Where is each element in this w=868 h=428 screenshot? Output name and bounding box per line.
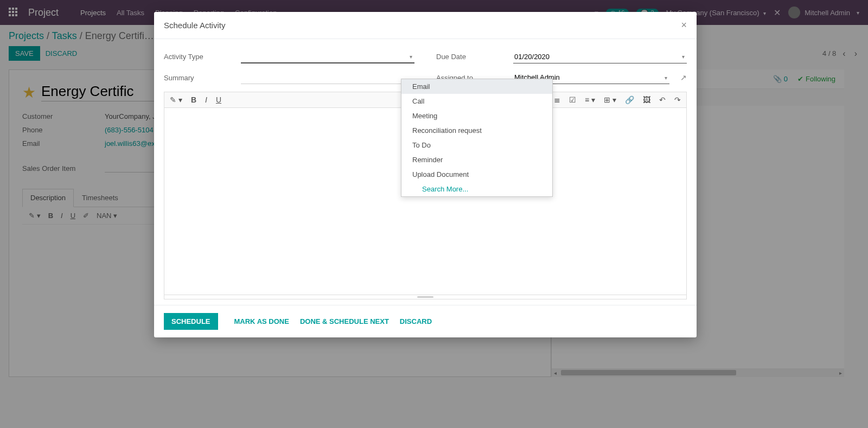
summary-input[interactable] (241, 71, 414, 84)
activity-type-dropdown: Email Call Meeting Reconciliation reques… (401, 79, 553, 197)
link-icon[interactable]: 🔗 (625, 95, 634, 104)
undo-icon[interactable]: ↶ (659, 95, 666, 104)
modal-header: Schedule Activity × (154, 12, 697, 39)
dropdown-item-upload[interactable]: Upload Document (401, 167, 552, 182)
modal-footer: SCHEDULE MARK AS DONE DONE & SCHEDULE NE… (154, 305, 697, 337)
checklist-button[interactable]: ☑ (569, 95, 576, 104)
dropdown-item-reconciliation[interactable]: Reconciliation request (401, 123, 552, 138)
close-icon[interactable]: × (681, 20, 687, 31)
due-date-label: Due Date (436, 53, 507, 61)
mark-as-done-button[interactable]: MARK AS DONE (234, 317, 289, 325)
bold-button[interactable]: B (191, 95, 196, 104)
modal-title: Schedule Activity (164, 21, 225, 30)
italic-button[interactable]: I (205, 95, 207, 104)
due-date-input[interactable] (513, 50, 687, 63)
dropdown-item-meeting[interactable]: Meeting (401, 108, 552, 123)
activity-type-label: Activity Type (164, 53, 234, 61)
image-icon[interactable]: 🖼 (643, 95, 650, 104)
dropdown-search-more[interactable]: Search More... (401, 182, 552, 196)
redo-icon[interactable]: ↷ (674, 95, 681, 104)
table-dropdown[interactable]: ⊞ ▾ (604, 95, 616, 104)
dropdown-item-call[interactable]: Call (401, 94, 552, 108)
dropdown-item-email[interactable]: Email (401, 79, 552, 94)
align-dropdown[interactable]: ≡ ▾ (585, 95, 595, 104)
done-schedule-next-button[interactable]: DONE & SCHEDULE NEXT (300, 317, 389, 325)
summary-label: Summary (164, 74, 234, 82)
modal-discard-button[interactable]: DISCARD (400, 317, 432, 325)
list-button[interactable]: ≣ (554, 95, 560, 104)
schedule-button[interactable]: SCHEDULE (164, 313, 218, 330)
underline-button[interactable]: U (216, 95, 221, 104)
activity-type-input[interactable] (241, 50, 414, 63)
dropdown-item-todo[interactable]: To Do (401, 138, 552, 152)
resize-handle[interactable] (164, 295, 687, 299)
dropdown-item-reminder[interactable]: Reminder (401, 152, 552, 167)
style-dropdown[interactable]: ✎ ▾ (170, 95, 182, 104)
external-link-icon[interactable]: ↗ (680, 73, 687, 82)
